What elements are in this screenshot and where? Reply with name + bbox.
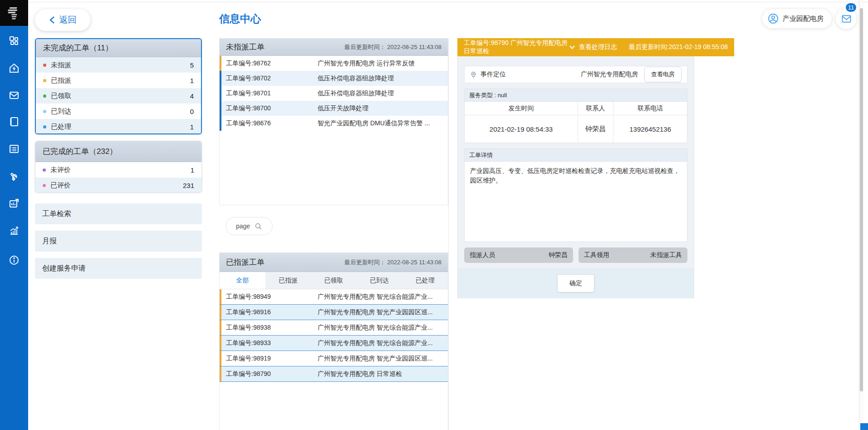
info-icon[interactable] <box>9 255 20 266</box>
order-row[interactable]: 工单编号:98949 广州智光专用配电房 智光综合能源产业... <box>220 289 448 305</box>
scrollbar-corner <box>860 423 868 430</box>
order-row[interactable]: 工单编号:98919 广州智光专用配电房 智光产业园园区巡... <box>220 351 448 366</box>
unfinished-orders-title: 未完成的工单（11） <box>36 39 201 57</box>
status-dot <box>43 110 46 113</box>
sidebar <box>0 0 28 430</box>
tab-claimed[interactable]: 已领取 <box>311 272 357 289</box>
contact-person-value: 钟荣昌 <box>578 115 613 143</box>
notebook-icon[interactable] <box>9 116 20 127</box>
order-title: 智光产业园配电房 DMU通信异常告警 ... <box>318 119 448 128</box>
order-details-box: 工单详情 产业园高压、专变、低压电房定时巡检检查记录，充电桩充电站巡视检查，园区… <box>464 148 687 242</box>
page-scrollbar-thumb[interactable] <box>860 8 863 391</box>
order-row[interactable]: 工单编号:98700 低压开关故障处理 <box>220 101 448 116</box>
tab-assigned[interactable]: 已指派 <box>265 272 311 289</box>
stat-count: 1 <box>190 123 194 131</box>
unassigned-updated-time: 最后更新时间： 2022-08-25 11:43:08 <box>344 43 441 51</box>
assigned-panel-header: 已指派工单 最后更新时间： 2022-08-25 11:43:08 <box>220 253 448 272</box>
service-table-row: 2021-02-19 08:54:33 钟荣昌 13926452136 <box>465 115 687 143</box>
tab-arrived[interactable]: 已到达 <box>357 272 402 289</box>
order-number: 工单编号:98762 <box>220 59 318 68</box>
status-bar <box>220 116 221 131</box>
col-contact-phone: 联系电话 <box>613 102 687 115</box>
page-search-input[interactable]: page <box>226 217 273 235</box>
envelope-icon <box>841 14 852 24</box>
mail-icon[interactable] <box>9 90 20 101</box>
status-bar <box>220 56 221 71</box>
stat-row-processed[interactable]: 已处理 1 <box>36 119 201 134</box>
stat-row-rated[interactable]: 已评价 231 <box>35 178 201 193</box>
order-number: 工单编号:98790 <box>220 370 318 378</box>
wrench-icon[interactable] <box>9 171 20 182</box>
order-row[interactable]: 工单编号:98938 广州智光专用配电房 智光综合能源产业... <box>220 320 448 336</box>
stat-label: 已指派 <box>51 76 190 85</box>
chevron-down-icon <box>569 44 575 50</box>
occurred-time-value: 2021-02-19 08:54:33 <box>465 115 578 143</box>
create-service-request-link[interactable]: 创建服务申请 <box>35 258 202 279</box>
order-number: 工单编号:98916 <box>220 308 318 316</box>
order-row[interactable]: 工单编号:98702 低压补偿电容器组故障处理 <box>220 71 448 86</box>
view-log-button[interactable]: 查看处理日志 <box>569 43 617 51</box>
order-details-label: 工单详情 <box>465 149 687 162</box>
view-power-room-button[interactable]: 查看电房 <box>644 67 682 82</box>
stat-row-claimed[interactable]: 已领取 4 <box>36 88 201 104</box>
order-title: 低压补偿电容器组故障处理 <box>318 89 448 98</box>
status-bar <box>220 320 221 335</box>
assignee-bar[interactable]: 指派人员 钟荣昌 <box>464 247 573 263</box>
tools-value: 未指派工具 <box>650 251 682 259</box>
order-row[interactable]: 工单编号:98916 广州智光专用配电房 智光产业园园区巡... <box>220 305 448 320</box>
stat-label: 已处理 <box>51 123 190 131</box>
order-row[interactable]: 工单编号:98933 广州智光专用配电房 智光综合能源产业... <box>220 336 448 351</box>
assigned-rows: 工单编号:98949 广州智光专用配电房 智光综合能源产业... 工单编号:98… <box>220 289 448 382</box>
order-number: 工单编号:98701 <box>220 89 318 98</box>
order-number: 工单编号:98938 <box>220 324 318 332</box>
tools-bar[interactable]: 工具领用 未指派工具 <box>579 247 687 263</box>
unassigned-panel-title: 未指派工单 <box>226 42 265 52</box>
status-dot <box>43 168 46 172</box>
trend-chart-icon[interactable] <box>9 225 20 236</box>
unfinished-orders-list: 未指派 5 已指派 1 已领取 4 已到达 0 已处理 1 <box>36 57 201 134</box>
order-title: 低压补偿电容器组故障处理 <box>318 74 448 83</box>
order-number: 工单编号:98933 <box>220 339 318 347</box>
tab-processed[interactable]: 已处理 <box>402 272 448 289</box>
order-row-selected[interactable]: 工单编号:98790 广州智光专用配电房 日常巡检 <box>220 366 448 382</box>
service-info-box: 服务类型 : null 发生时间 联系人 联系电话 2021-02-19 08:… <box>464 89 687 143</box>
order-search-link[interactable]: 工单检索 <box>35 203 202 224</box>
order-row[interactable]: 工单编号:98762 广州智光专用配电房 运行异常反馈 <box>220 56 448 71</box>
order-number: 工单编号:98919 <box>220 355 318 363</box>
stat-label: 已到达 <box>51 107 190 116</box>
home-icon[interactable] <box>9 63 20 74</box>
stat-count: 1 <box>190 77 194 84</box>
tab-all[interactable]: 全部 <box>220 272 265 289</box>
event-location-value: 广州智光专用配电房 <box>581 70 638 79</box>
stat-count: 1 <box>191 166 194 174</box>
order-number: 工单编号:98949 <box>220 293 318 301</box>
unassigned-panel-header: 未指派工单 最后更新时间： 2022-08-25 11:43:08 <box>220 39 448 56</box>
finished-orders-card[interactable]: 已完成的工单（232） 未评价 1 已评价 231 <box>35 141 202 193</box>
back-button[interactable]: 返回 <box>35 9 90 31</box>
status-dot <box>43 64 46 67</box>
event-location-label: 事件定位 <box>481 70 581 79</box>
current-account-button[interactable]: 产业园配电房 <box>762 9 832 28</box>
service-table-header: 发生时间 联系人 联系电话 <box>465 102 687 115</box>
stat-row-unrated[interactable]: 未评价 1 <box>35 162 201 178</box>
stat-label: 已评价 <box>50 181 183 190</box>
monthly-report-link[interactable]: 月报 <box>35 231 202 252</box>
stat-row-arrived[interactable]: 已到达 0 <box>36 104 201 119</box>
search-icon[interactable] <box>255 222 262 230</box>
status-dot <box>43 79 46 82</box>
stat-label: 未评价 <box>50 166 191 174</box>
order-row[interactable]: 工单编号:98676 智光产业园配电房 DMU通信异常告警 ... <box>220 116 448 131</box>
order-row[interactable]: 工单编号:98701 低压补偿电容器组故障处理 <box>220 86 448 101</box>
view-log-label: 查看处理日志 <box>579 43 617 51</box>
assignee-value: 钟荣昌 <box>549 251 568 259</box>
service-type-label: 服务类型 : null <box>465 89 687 102</box>
stat-count: 0 <box>190 108 194 115</box>
confirm-button[interactable]: 确定 <box>557 274 594 292</box>
stat-row-unassigned[interactable]: 未指派 5 <box>36 57 201 73</box>
report-chart-icon[interactable] <box>9 198 20 209</box>
top-border <box>28 2 868 2</box>
stat-row-assigned[interactable]: 已指派 1 <box>36 73 201 88</box>
unfinished-orders-card[interactable]: 未完成的工单（11） 未指派 5 已指派 1 已领取 4 已到达 0 已处理 1 <box>35 38 202 134</box>
dashboard-grid-icon[interactable] <box>9 35 20 46</box>
worklist-icon[interactable] <box>9 143 20 154</box>
